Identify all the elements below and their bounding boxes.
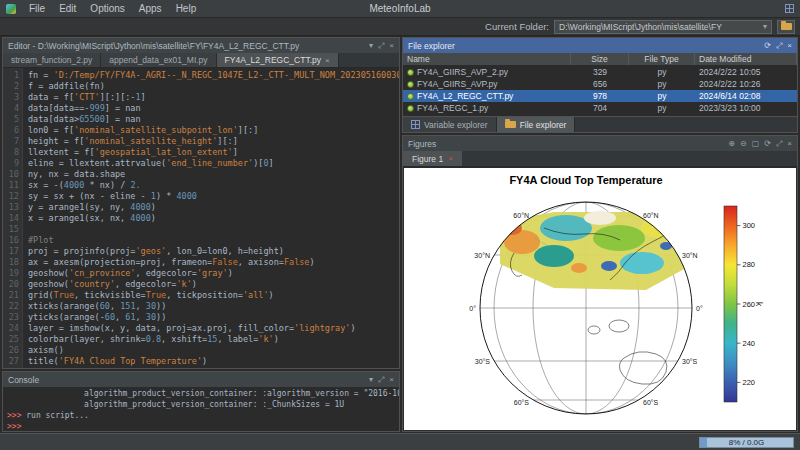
console-menu-icon[interactable]: ▾ <box>369 375 373 384</box>
memory-usage-fill <box>700 438 707 447</box>
current-folder-toolbar: Current Folder: D:\Working\MIScript\Jyth… <box>0 18 800 36</box>
memory-usage-text: 8% / 0.0G <box>729 438 765 447</box>
console-close-icon[interactable]: × <box>389 375 394 384</box>
file-row[interactable]: FY4A_GIIRS_AVP.py656py2024/2/22 10:26 <box>403 78 797 90</box>
file-row[interactable]: FY4A_L2_REGC_CTT.py978py2024/6/14 02:08 <box>403 90 797 102</box>
menu-help[interactable]: Help <box>169 2 204 15</box>
app-logo-icon <box>6 4 16 14</box>
python-file-icon <box>407 81 414 88</box>
file-explorer-panel: File explorer ⟳ ⤢ × NameSizeFile TypeDat… <box>402 37 798 133</box>
graticule-label: 30°S <box>475 358 491 365</box>
console-panel-title: Console <box>8 375 39 385</box>
colorbar-label: k <box>754 302 764 307</box>
editor-tab[interactable]: stream_function_2.py <box>3 53 101 67</box>
colorbar-tick-label: 280 <box>743 260 756 269</box>
file-explorer-title: File explorer <box>408 41 455 51</box>
figure-canvas[interactable]: FY4A Cloud Top Temperature <box>404 168 796 430</box>
graticule-label: 60°S <box>514 399 530 406</box>
editor-panel: Editor - D:\Working\MIScript\Jython\mis\… <box>2 37 400 369</box>
explorer-refresh-icon[interactable]: ⟳ <box>764 41 771 50</box>
graticule-label: 30°S <box>682 358 698 365</box>
code-text[interactable]: fn = 'D:/Temp/FY/FY4A-_AGRI--_N_REGC_104… <box>23 68 399 368</box>
colorbar: 300280260240220 k <box>724 206 764 402</box>
figures-panel: Figures ⊕ ⊖ ▢ ⟳ ⤢ × Figure 1 × <box>402 135 798 432</box>
line-number-gutter: 1234567891011121314151617181920212223242… <box>3 68 23 368</box>
editor-float-icon[interactable]: ⤢ <box>378 41 384 51</box>
figure-tab-bar: Figure 1 × <box>403 151 797 167</box>
colorbar-tick-label: 220 <box>743 378 756 387</box>
figure-tab-close-icon[interactable]: × <box>448 154 453 163</box>
tab-close-icon[interactable]: × <box>325 56 330 65</box>
file-table: NameSizeFile TypeDate ModifiedFY4A_GIIRS… <box>403 53 797 116</box>
figures-close-icon[interactable]: × <box>787 139 792 148</box>
editor-tab[interactable]: append_data_ex01_MI.py <box>101 53 216 67</box>
figures-panel-title: Figures <box>408 139 436 149</box>
browse-folder-button[interactable] <box>777 20 795 34</box>
explorer-float-icon[interactable]: ⤢ <box>776 41 782 51</box>
file-explorer-header: File explorer ⟳ ⤢ × <box>403 38 797 53</box>
zoom-out-icon[interactable]: ⊖ <box>740 139 747 148</box>
memory-usage-indicator: 8% / 0.0G <box>699 437 794 448</box>
graticule-label: 30°N <box>682 252 698 259</box>
explorer-bottom-tabs: Variable explorerFile explorer <box>403 116 797 132</box>
python-file-icon <box>407 93 414 100</box>
editor-menu-icon[interactable]: ▾ <box>369 41 373 50</box>
column-header[interactable]: Size <box>571 53 629 65</box>
apps-grid-icon[interactable] <box>785 4 794 13</box>
menu-apps[interactable]: Apps <box>132 2 169 15</box>
python-file-icon <box>407 105 414 112</box>
grid-icon <box>411 120 420 129</box>
editor-panel-header: Editor - D:\Working\MIScript\Jython\mis\… <box>3 38 399 53</box>
current-folder-path: D:\Working\MIScript\Jython\mis\satellite… <box>559 22 759 32</box>
refresh-icon[interactable]: ⟳ <box>764 139 771 148</box>
folder-icon <box>781 23 792 30</box>
figure-tab[interactable]: Figure 1 × <box>403 151 462 166</box>
menu-bar: FileEditOptionsAppsHelp MeteoInfoLab <box>0 0 800 18</box>
column-header[interactable]: Date Modified <box>695 53 797 65</box>
zoom-in-icon[interactable]: ⊕ <box>728 139 735 148</box>
graticule-label: 30°N <box>474 252 490 259</box>
panel-tab-variable-explorer[interactable]: Variable explorer <box>403 117 497 132</box>
graticule-label: 60°S <box>643 399 659 406</box>
code-editor[interactable]: 1234567891011121314151617181920212223242… <box>3 68 399 368</box>
select-icon[interactable]: ▢ <box>752 139 760 148</box>
file-row[interactable]: FY4A_REGC_1.py704py2023/3/23 10:00 <box>403 102 797 114</box>
colorbar-tick-label: 260 <box>743 300 756 309</box>
column-header[interactable]: Name <box>403 53 571 65</box>
colorbar-tick-label: 300 <box>743 221 756 230</box>
console-output[interactable]: algorithm_product_version_container: :al… <box>3 387 399 431</box>
figures-panel-header: Figures ⊕ ⊖ ▢ ⟳ ⤢ × <box>403 136 797 151</box>
editor-close-icon[interactable]: × <box>389 41 394 50</box>
explorer-close-icon[interactable]: × <box>787 41 792 50</box>
current-folder-input[interactable]: D:\Working\MIScript\Jython\mis\satellite… <box>554 20 772 34</box>
graticule-label: 0° <box>469 305 476 312</box>
figures-float-icon[interactable]: ⤢ <box>776 139 782 149</box>
console-float-icon[interactable]: ⤢ <box>378 375 384 385</box>
figure-tab-label: Figure 1 <box>412 154 443 164</box>
editor-tab-bar: stream_function_2.pyappend_data_ex01_MI.… <box>3 53 399 68</box>
menu-options[interactable]: Options <box>83 2 131 15</box>
editor-tab[interactable]: FY4A_L2_REGC_CTT.py× <box>217 53 339 67</box>
map-figure[interactable]: FY4A Cloud Top Temperature <box>404 168 796 430</box>
console-panel-header: Console ▾ ⤢ × <box>3 372 399 387</box>
python-file-icon <box>407 69 414 76</box>
editor-panel-title: Editor - D:\Working\MIScript\Jython\mis\… <box>8 41 299 51</box>
status-bar: 8% / 0.0G <box>0 433 800 450</box>
panel-tab-file-explorer[interactable]: File explorer <box>497 117 576 132</box>
colorbar-tick-label: 240 <box>743 339 756 348</box>
table-header-row: NameSizeFile TypeDate Modified <box>403 53 797 66</box>
menu-edit[interactable]: Edit <box>52 2 83 15</box>
graticule-label: 60°N <box>513 212 529 219</box>
graticule-label: 60°N <box>643 212 659 219</box>
console-panel: Console ▾ ⤢ × algorithm_product_version_… <box>2 371 400 432</box>
column-header[interactable]: File Type <box>629 53 695 65</box>
chevron-down-icon[interactable]: ▾ <box>763 22 767 31</box>
satellite-data-layer <box>500 211 686 290</box>
graticule-label: 0° <box>696 305 703 312</box>
main-menu: FileEditOptionsAppsHelp <box>22 2 203 15</box>
current-folder-label: Current Folder: <box>485 21 549 32</box>
menu-file[interactable]: File <box>22 2 52 15</box>
folder-icon <box>505 121 516 128</box>
file-row[interactable]: FY4A_GIIRS_AVP_2.py329py2024/2/22 10:05 <box>403 66 797 78</box>
figure-title: FY4A Cloud Top Temperature <box>509 174 662 186</box>
